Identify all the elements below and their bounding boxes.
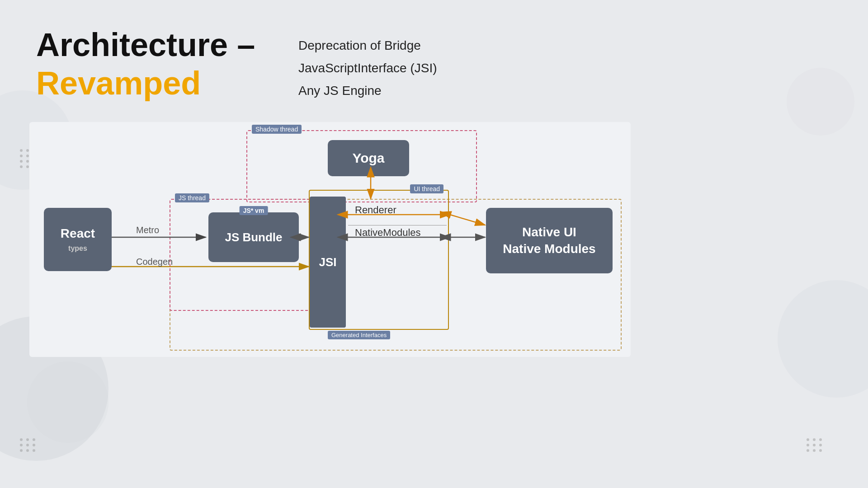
yoga-box: Yoga [328, 140, 409, 176]
jsi-divider [348, 225, 447, 225]
jsvm-label: JS* vm [240, 206, 268, 215]
js-thread-label: JS thread [175, 193, 209, 202]
bullet-2: JavaScriptInterface (JSI) [298, 59, 437, 78]
codegen-arrow-label: Codegen [136, 257, 173, 267]
title-revamped: Revamped [36, 65, 255, 102]
jsbundle-box: JS* vm JS Bundle [208, 212, 299, 262]
bullet-3: Any JS Engine [298, 81, 437, 100]
bullet-1: Deprecation of Bridge [298, 36, 437, 55]
shadow-thread-label: Shadow thread [252, 125, 302, 134]
native-ui-label: Native UI [522, 224, 576, 240]
title-architecture: Architecture – [36, 27, 255, 63]
native-modules-diagram-label: NativeModules [355, 227, 421, 239]
jsi-pillar: JSI [310, 197, 346, 328]
header-section: Architecture – Revamped [36, 27, 255, 102]
react-types: types [68, 244, 87, 253]
renderer-label: Renderer [355, 204, 396, 216]
dots-decoration-bottom-left [20, 438, 36, 452]
diagram-container: Shadow thread Yoga JS thread UI thread J… [29, 122, 631, 357]
react-box: React types [44, 208, 112, 271]
metro-arrow-label: Metro [136, 225, 159, 235]
svg-line-11 [450, 215, 485, 225]
native-modules-right-label: Native Modules [503, 241, 595, 257]
bullets-section: Deprecation of Bridge JavaScriptInterfac… [298, 36, 437, 104]
native-box: Native UI Native Modules [486, 208, 613, 273]
ui-thread-label: UI thread [410, 184, 443, 193]
generated-interfaces-label: Generated Interfaces [328, 331, 390, 339]
dots-decoration-bottom-right [807, 438, 823, 452]
